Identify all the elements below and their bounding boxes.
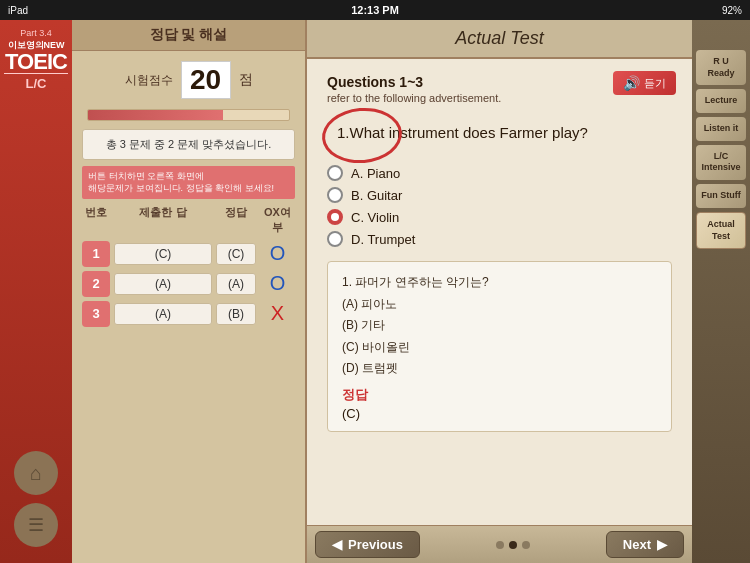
content-header: Actual Test: [307, 20, 692, 59]
answer-rows: 1 (C) (C) O 2 (A) (A) O 3 (A) (B) X: [72, 237, 305, 331]
listen-button[interactable]: 🔊 듣기: [613, 71, 676, 95]
col-ox: OX여부: [260, 205, 295, 235]
translation-title: 1. 파머가 연주하는 악기는?: [342, 272, 657, 294]
col-correct: 정답: [216, 205, 256, 235]
radio-circle: [327, 209, 343, 225]
answer-panel-header: 정답 및 해설: [72, 20, 305, 51]
list-item[interactable]: B. Guitar: [327, 187, 672, 203]
row-number: 1: [82, 241, 110, 267]
home-icon: ⌂: [30, 462, 42, 485]
next-label: Next: [623, 537, 651, 552]
nav-dot: [496, 541, 504, 549]
row-submitted: (C): [114, 243, 212, 265]
listen-icon: 🔊: [623, 75, 640, 91]
list-item[interactable]: C. Violin: [327, 209, 672, 225]
device-label: iPad: [8, 5, 28, 16]
col-submitted: 제출한 답: [114, 205, 212, 235]
part-label: Part 3.4: [20, 28, 52, 38]
score-section: 시험점수 20 점: [72, 51, 305, 109]
previous-button[interactable]: ◀ Previous: [315, 531, 420, 558]
next-icon: ▶: [657, 537, 667, 552]
row-correct-answer: (C): [216, 243, 256, 265]
nav-dot: [522, 541, 530, 549]
listen-label: 듣기: [644, 76, 666, 91]
battery-label: 92%: [722, 5, 742, 16]
row-number: 3: [82, 301, 110, 327]
row-correct-answer: (B): [216, 303, 256, 325]
nav-dot: [509, 541, 517, 549]
nav-dots: [496, 541, 530, 549]
translation-option: (B) 기타: [342, 315, 657, 337]
status-right: 92%: [722, 5, 742, 16]
translation-option: (A) 피아노: [342, 294, 657, 316]
row-ox: O: [260, 272, 295, 295]
score-bar: [87, 109, 290, 121]
row-number: 2: [82, 271, 110, 297]
sidebar-tab[interactable]: R U Ready: [696, 50, 746, 85]
status-left: iPad: [8, 5, 28, 16]
translation-box: 1. 파머가 연주하는 악기는? (A) 피아노(B) 기타(C) 바이올린(D…: [327, 261, 672, 432]
summary-line: 총 3 문제 중 2 문제 맞추셨습니다.: [91, 136, 286, 153]
lc-label: L/C: [4, 73, 68, 91]
answer-table-header: 번호 제출한 답 정답 OX여부: [72, 199, 305, 237]
content-body: 🔊 듣기 Questions 1~3 refer to the followin…: [307, 59, 692, 525]
option-label: D. Trumpet: [351, 232, 415, 247]
table-row[interactable]: 3 (A) (B) X: [82, 301, 295, 327]
menu-button[interactable]: ☰: [14, 503, 58, 547]
row-submitted: (A): [114, 303, 212, 325]
col-num: 번호: [82, 205, 110, 235]
tip-line1: 버튼 터치하면 오른쪽 화면에: [88, 170, 289, 183]
status-time: 12:13 PM: [351, 4, 399, 16]
list-item[interactable]: A. Piano: [327, 165, 672, 181]
toeic-label: TOEIC: [5, 51, 67, 73]
list-item[interactable]: D. Trumpet: [327, 231, 672, 247]
options-list: A. Piano B. Guitar C. Violin D. Trumpet: [327, 165, 672, 247]
row-submitted: (A): [114, 273, 212, 295]
option-label: C. Violin: [351, 210, 399, 225]
right-sidebar: R U ReadyLectureListen itL/C IntensiveFu…: [692, 20, 750, 563]
translation-options: (A) 피아노(B) 기타(C) 바이올린(D) 트럼펫: [342, 294, 657, 380]
next-button[interactable]: Next ▶: [606, 531, 684, 558]
home-button[interactable]: ⌂: [14, 451, 58, 495]
sidebar-tab[interactable]: Lecture: [696, 89, 746, 113]
answer-panel: 정답 및 해설 시험점수 20 점 총 3 문제 중 2 문제 맞추셨습니다. …: [72, 20, 307, 563]
question-box: 1.What instrument does Farmer play?: [327, 116, 672, 149]
score-value: 20: [181, 61, 231, 99]
left-sidebar: Part 3.4 이보영의NEW TOEIC L/C ⌂ ☰: [0, 20, 72, 563]
sidebar-tab[interactable]: Fun Stuff: [696, 184, 746, 208]
answer-value: (C): [342, 406, 657, 421]
option-label: B. Guitar: [351, 188, 402, 203]
main-container: Part 3.4 이보영의NEW TOEIC L/C ⌂ ☰ 정답 및 해설 시…: [0, 20, 750, 563]
row-ox: X: [260, 302, 295, 325]
score-unit: 점: [239, 71, 253, 89]
table-row[interactable]: 1 (C) (C) O: [82, 241, 295, 267]
radio-circle: [327, 165, 343, 181]
previous-label: Previous: [348, 537, 403, 552]
radio-circle: [327, 231, 343, 247]
previous-icon: ◀: [332, 537, 342, 552]
sidebar-tab[interactable]: Actual Test: [696, 212, 746, 249]
tip-text: 버튼 터치하면 오른쪽 화면에 해당문제가 보여집니다. 정답을 확인해 보세요…: [82, 166, 295, 199]
score-label: 시험점수: [125, 72, 173, 89]
content-area: Actual Test 🔊 듣기 Questions 1~3 refer to …: [307, 20, 692, 563]
translation-option: (D) 트럼펫: [342, 358, 657, 380]
summary-text: 총 3 문제 중 2 문제 맞추셨습니다.: [82, 129, 295, 160]
sidebar-tab[interactable]: L/C Intensive: [696, 145, 746, 180]
radio-circle: [327, 187, 343, 203]
score-bar-fill: [88, 110, 223, 120]
option-label: A. Piano: [351, 166, 400, 181]
row-correct-answer: (A): [216, 273, 256, 295]
translation-option: (C) 바이올린: [342, 337, 657, 359]
row-ox: O: [260, 242, 295, 265]
menu-icon: ☰: [28, 514, 44, 536]
sidebar-tab[interactable]: Listen it: [696, 117, 746, 141]
table-row[interactable]: 2 (A) (A) O: [82, 271, 295, 297]
question-text: 1.What instrument does Farmer play?: [327, 116, 672, 149]
tip-line2: 해당문제가 보여집니다. 정답을 확인해 보세요!: [88, 182, 289, 195]
content-footer: ◀ Previous Next ▶: [307, 525, 692, 563]
answer-label: 정답: [342, 386, 657, 404]
status-bar: iPad 12:13 PM 92%: [0, 0, 750, 20]
